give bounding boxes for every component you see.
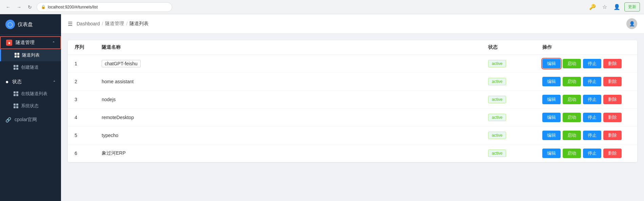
breadcrumb-tunnel-management[interactable]: 隧道管理 (105, 21, 124, 27)
address-bar[interactable]: 🔒 localhost:9200/#/tunnels/list (37, 2, 172, 12)
system-status-label: 系统状态 (21, 103, 39, 109)
online-tunnels-label: 在线隧道列表 (21, 91, 47, 97)
row-2-status: active (488, 78, 542, 85)
table-container: 序列 隧道名称 状态 操作 1 chatGPT-feishu active 编辑 (68, 40, 637, 162)
update-button[interactable]: 更新 (624, 2, 640, 12)
avatar[interactable]: 👤 (626, 18, 637, 29)
delete-button-6[interactable]: 删除 (603, 149, 622, 158)
row-4-name: remoteDesktop (102, 115, 488, 120)
row-6-name: 象过河ERP (102, 150, 488, 156)
forward-button[interactable]: → (15, 3, 23, 11)
row-5-name: typecho (102, 133, 488, 138)
row-3-seq: 3 (75, 97, 102, 102)
delete-button-4[interactable]: 删除 (603, 113, 622, 122)
hamburger-icon[interactable]: ☰ (68, 21, 73, 27)
breadcrumb-tunnel-list: 隧道列表 (129, 21, 148, 27)
row-3-status: active (488, 96, 542, 103)
row-5-status: active (488, 132, 542, 139)
tunnel-name-text: nodejs (102, 97, 116, 102)
tunnel-name-text: typecho (102, 133, 118, 138)
logo-icon: ◯ (5, 20, 15, 29)
start-button-4[interactable]: 启动 (563, 113, 581, 122)
refresh-button[interactable]: ↻ (26, 3, 34, 11)
row-3-name: nodejs (102, 97, 488, 102)
row-2-name: home assistant (102, 79, 488, 84)
create-tunnel-icon (14, 65, 18, 70)
row-4-seq: 4 (75, 115, 102, 120)
cpolar-label: cpolar官网 (15, 117, 37, 123)
start-button-5[interactable]: 启动 (563, 131, 581, 140)
breadcrumb-sep-2: / (126, 21, 127, 26)
breadcrumb-dashboard[interactable]: Dashboard (77, 21, 100, 26)
sidebar-item-online-tunnels[interactable]: 在线隧道列表 (0, 88, 61, 100)
star-icon[interactable]: ☆ (600, 2, 609, 12)
tunnel-management-label: 隧道管理 (16, 40, 35, 46)
stop-button-4[interactable]: 停止 (583, 113, 601, 122)
status-section-icon: ● (5, 79, 9, 85)
table-header: 序列 隧道名称 状态 操作 (68, 40, 637, 55)
online-tunnels-icon (14, 91, 18, 96)
sidebar-logo-label: 仪表盘 (18, 21, 33, 28)
edit-button-6[interactable]: 编辑 (542, 149, 561, 158)
app-layout: ◯ 仪表盘 ■ 隧道管理 ⌃ 隧道列表 (0, 14, 644, 201)
stop-button-6[interactable]: 停止 (583, 149, 601, 158)
key-icon[interactable]: 🔑 (588, 2, 597, 12)
stop-button-5[interactable]: 停止 (583, 131, 601, 140)
status-section-label: 状态 (12, 79, 22, 85)
sidebar-item-cpolar[interactable]: 🔗 cpolar官网 (0, 113, 61, 126)
tunnel-list-label: 隧道列表 (22, 52, 40, 58)
main-content: ☰ Dashboard / 隧道管理 / 隧道列表 👤 序列 隧道名称 (61, 14, 644, 201)
table-area: 序列 隧道名称 状态 操作 1 chatGPT-feishu active 编辑 (61, 34, 644, 201)
row-6-status: active (488, 150, 542, 157)
row-1-actions: 编辑 启动 停止 删除 (542, 59, 630, 68)
sidebar: ◯ 仪表盘 ■ 隧道管理 ⌃ 隧道列表 (0, 14, 61, 201)
col-header-seq: 序列 (75, 44, 102, 50)
tunnel-name-text: 象过河ERP (102, 150, 126, 156)
delete-button-5[interactable]: 删除 (603, 131, 622, 140)
sidebar-item-tunnel-management[interactable]: ■ 隧道管理 ⌃ (0, 36, 61, 49)
edit-button-5[interactable]: 编辑 (542, 131, 561, 140)
start-button-2[interactable]: 启动 (563, 77, 581, 86)
start-button-6[interactable]: 启动 (563, 149, 581, 158)
breadcrumb-sep-1: / (102, 21, 103, 26)
table-row: 5 typecho active 编辑 启动 停止 删除 (68, 127, 637, 144)
start-button-1[interactable]: 启动 (563, 59, 581, 68)
system-status-icon (14, 104, 18, 108)
edit-button-1[interactable]: 编辑 (542, 59, 561, 68)
row-5-seq: 5 (75, 133, 102, 138)
row-4-actions: 编辑 启动 停止 删除 (542, 113, 630, 122)
edit-button-4[interactable]: 编辑 (542, 113, 561, 122)
row-2-seq: 2 (75, 79, 102, 84)
edit-button-3[interactable]: 编辑 (542, 95, 561, 104)
delete-button-3[interactable]: 删除 (603, 95, 622, 104)
delete-button-2[interactable]: 删除 (603, 77, 622, 86)
table-row: 3 nodejs active 编辑 启动 停止 删除 (68, 91, 637, 109)
row-6-seq: 6 (75, 151, 102, 156)
row-4-status: active (488, 114, 542, 121)
table-row: 6 象过河ERP active 编辑 启动 停止 删除 (68, 144, 637, 162)
top-bar-right: 👤 (626, 18, 637, 29)
chevron-up-icon-2: ⌃ (53, 80, 56, 84)
col-header-name: 隧道名称 (102, 44, 488, 50)
back-button[interactable]: ← (4, 3, 12, 11)
sidebar-item-system-status[interactable]: 系统状态 (0, 100, 61, 112)
stop-button-3[interactable]: 停止 (583, 95, 601, 104)
row-1-name: chatGPT-feishu (102, 60, 488, 67)
account-icon[interactable]: 👤 (612, 2, 622, 12)
top-bar: ☰ Dashboard / 隧道管理 / 隧道列表 👤 (61, 14, 644, 34)
stop-button-2[interactable]: 停止 (583, 77, 601, 86)
tunnel-list-icon (15, 53, 19, 58)
sidebar-section-status: ● 状态 ⌃ 在线隧道列表 系统状态 (0, 75, 61, 113)
start-button-3[interactable]: 启动 (563, 95, 581, 104)
sidebar-logo[interactable]: ◯ 仪表盘 (0, 14, 61, 35)
tunnel-management-icon: ■ (6, 40, 12, 46)
status-badge: active (488, 60, 506, 67)
external-link-icon: 🔗 (5, 117, 11, 122)
table-row: 2 home assistant active 编辑 启动 停止 删除 (68, 73, 637, 91)
stop-button-1[interactable]: 停止 (583, 59, 601, 68)
sidebar-item-tunnel-list[interactable]: 隧道列表 (0, 49, 61, 61)
sidebar-item-status[interactable]: ● 状态 ⌃ (0, 76, 61, 88)
edit-button-2[interactable]: 编辑 (542, 77, 561, 86)
delete-button-1[interactable]: 删除 (603, 59, 622, 68)
sidebar-item-create-tunnel[interactable]: 创建隧道 (0, 61, 61, 73)
